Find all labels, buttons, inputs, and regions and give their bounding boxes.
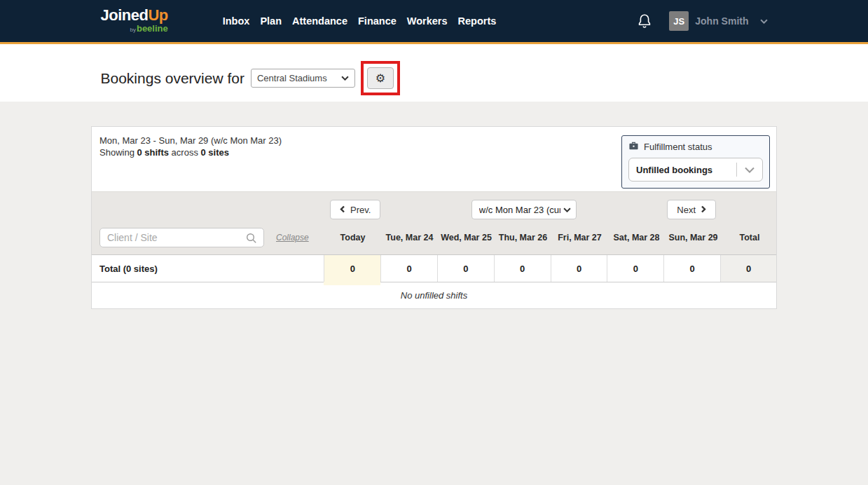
totals-row-label: Total (0 sites) <box>92 255 324 282</box>
empty-state-message: No unfilled shifts <box>92 282 776 308</box>
prev-week-button[interactable]: Prev. <box>330 200 380 219</box>
fulfillment-status-label: Fulfillment status <box>644 142 712 152</box>
site-selector-dropdown[interactable]: Central Stadiums <box>251 69 355 88</box>
logo-byline: bybeeline <box>101 24 168 34</box>
top-navbar: JoinedUp bybeeline Inbox Plan Attendance… <box>0 0 868 44</box>
column-header-wed: Wed, Mar 25 <box>438 233 495 242</box>
day-column-headers: Today Tue, Mar 24 Wed, Mar 25 Thu, Mar 2… <box>324 227 778 248</box>
page-header: Bookings overview for Central Stadiums ⚙ <box>0 44 868 102</box>
next-week-button[interactable]: Next <box>667 200 716 219</box>
logo-wordmark: JoinedUp <box>101 8 168 23</box>
chevron-down-icon <box>341 76 349 81</box>
total-cell-tue: 0 <box>380 255 437 282</box>
chevron-down-icon <box>760 19 768 24</box>
search-icon <box>246 233 257 247</box>
chevron-down-icon <box>563 207 571 212</box>
column-header-tue: Tue, Mar 24 <box>381 233 438 242</box>
nav-item-workers[interactable]: Workers <box>407 15 448 27</box>
notifications-bell-icon[interactable] <box>637 13 652 29</box>
fulfillment-status-dropdown[interactable]: Unfilled bookings <box>628 158 763 182</box>
nav-item-reports[interactable]: Reports <box>458 15 497 27</box>
column-header-sun: Sun, Mar 29 <box>665 233 722 242</box>
nav-item-attendance[interactable]: Attendance <box>292 15 347 27</box>
nav-item-finance[interactable]: Finance <box>358 15 397 27</box>
nav-item-plan[interactable]: Plan <box>260 15 282 27</box>
chevron-right-icon <box>701 205 706 215</box>
total-cell-wed: 0 <box>437 255 494 282</box>
fulfillment-status-value: Unfilled bookings <box>636 165 712 175</box>
user-name: John Smith <box>695 15 748 27</box>
total-cell-fri: 0 <box>551 255 607 282</box>
site-selector-value: Central Stadiums <box>257 73 327 83</box>
briefcase-icon <box>628 141 639 153</box>
column-header-thu: Thu, Mar 26 <box>495 233 551 242</box>
week-navigation-section: Prev. w/c Mon Mar 23 (cur Next <box>92 191 776 255</box>
total-cell-today: 0 <box>324 255 380 282</box>
fulfillment-status-panel: Fulfillment status Unfilled bookings <box>621 135 770 189</box>
column-header-today: Today <box>324 233 381 242</box>
collapse-link[interactable]: Collapse <box>276 233 309 242</box>
column-header-total: Total <box>722 233 778 242</box>
shift-count: 0 shifts <box>137 147 169 158</box>
annotation-highlight-box: ⚙ <box>361 61 400 95</box>
total-cell-sat: 0 <box>607 255 663 282</box>
nav-item-inbox[interactable]: Inbox <box>223 15 250 27</box>
column-header-sat: Sat, Mar 28 <box>608 233 665 242</box>
client-site-search <box>99 228 264 247</box>
joinedup-logo[interactable]: JoinedUp bybeeline <box>101 8 168 34</box>
bookings-overview-card: Mon, Mar 23 - Sun, Mar 29 (w/c Mon Mar 2… <box>91 126 777 309</box>
week-selector-dropdown[interactable]: w/c Mon Mar 23 (cur <box>471 200 577 219</box>
total-cell-thu: 0 <box>494 255 551 282</box>
main-navigation: Inbox Plan Attendance Finance Workers Re… <box>223 15 497 27</box>
avatar: JS <box>669 11 689 31</box>
client-site-search-input[interactable] <box>100 228 263 247</box>
user-menu[interactable]: JS John Smith <box>669 11 767 31</box>
total-cell-grand-total: 0 <box>720 255 776 282</box>
chevron-down-icon <box>737 167 762 173</box>
page-title: Bookings overview for <box>101 70 244 87</box>
column-header-fri: Fri, Mar 27 <box>551 233 608 242</box>
site-count: 0 sites <box>201 147 229 158</box>
page-body: Mon, Mar 23 - Sun, Mar 29 (w/c Mon Mar 2… <box>0 102 868 309</box>
settings-button[interactable]: ⚙ <box>367 67 394 89</box>
total-cell-sun: 0 <box>663 255 720 282</box>
totals-row: Total (0 sites) 0 0 0 0 0 0 0 0 <box>92 255 776 282</box>
gear-icon: ⚙ <box>376 73 385 84</box>
chevron-left-icon <box>340 205 345 215</box>
week-selector-value: w/c Mon Mar 23 (cur <box>479 205 560 215</box>
